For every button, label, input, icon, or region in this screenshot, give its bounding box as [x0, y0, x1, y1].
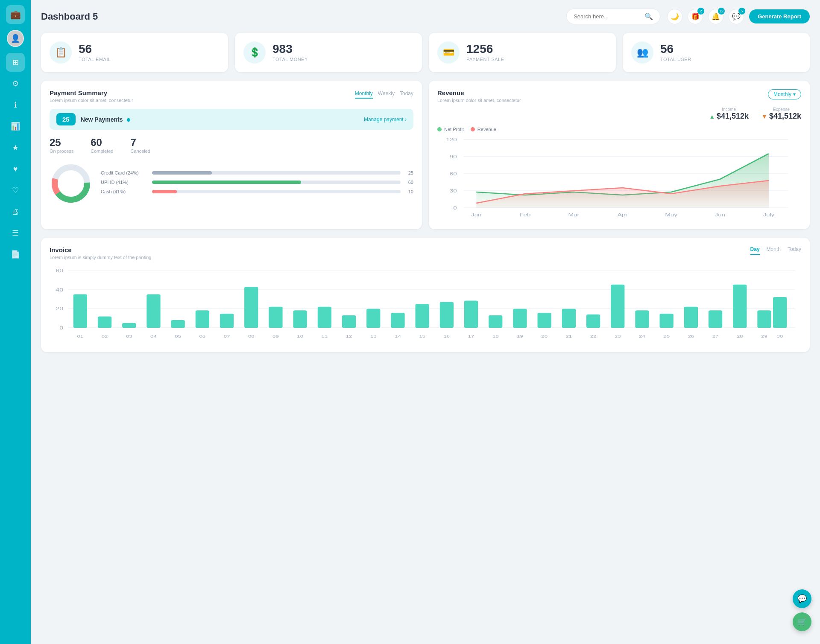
- gift-badge: 2: [697, 8, 704, 15]
- svg-text:11: 11: [322, 334, 328, 338]
- invoice-header: Invoice Lorem ipsum is simply dummy text…: [50, 246, 801, 260]
- svg-text:Mar: Mar: [568, 213, 580, 218]
- svg-text:0: 0: [59, 326, 64, 331]
- sidebar-item-info[interactable]: ℹ: [6, 96, 25, 114]
- theme-toggle-button[interactable]: 🌙: [667, 9, 682, 24]
- generate-report-button[interactable]: Generate Report: [749, 9, 810, 23]
- svg-text:90: 90: [450, 154, 457, 160]
- svg-rect-45: [440, 302, 454, 328]
- progress-bars: Credit Card (24%) 25 UPI ID (41%) 60: [101, 170, 413, 198]
- tab-monthly[interactable]: Monthly: [355, 89, 373, 99]
- svg-rect-39: [293, 310, 307, 328]
- completed-label: Completed: [91, 149, 113, 154]
- revenue-amounts: Income ▲ $41,512k Expense ▼ $41,512k: [437, 107, 801, 121]
- svg-text:26: 26: [688, 334, 694, 338]
- gift-icon-button[interactable]: 🎁 2: [688, 9, 703, 24]
- cash-bar-bg: [152, 190, 401, 193]
- header: Dashboard 5 🔍 🌙 🎁 2 🔔 12 💬 5 Generate Re…: [41, 9, 810, 24]
- new-payment-row: 25 New Payments Manage payment ›: [50, 109, 413, 130]
- tab-today[interactable]: Today: [400, 89, 413, 99]
- on-process-num: 25: [50, 137, 73, 149]
- legend-revenue: Revenue: [471, 127, 496, 132]
- svg-text:09: 09: [272, 334, 279, 338]
- bell-icon-button[interactable]: 🔔 12: [708, 9, 723, 24]
- upi-bar-bg: [152, 181, 401, 184]
- search-icon: 🔍: [644, 12, 653, 20]
- svg-text:08: 08: [248, 334, 255, 338]
- svg-text:14: 14: [395, 334, 401, 338]
- cart-float-button[interactable]: 🛒: [793, 612, 811, 631]
- stat-card-money: 💲 983 TOTAL MONEY: [235, 33, 422, 72]
- revenue-dropdown-label: Monthly: [773, 91, 791, 97]
- payment-summary-subtitle: Lorem ipsum dolor sit amet, consectetur: [50, 98, 133, 103]
- revenue-dropdown[interactable]: Monthly ▾: [768, 89, 801, 99]
- svg-rect-47: [489, 315, 502, 328]
- avatar: 👤: [7, 30, 24, 47]
- svg-text:25: 25: [663, 334, 670, 338]
- svg-rect-53: [635, 310, 649, 328]
- progress-row-cash: Cash (41%) 10: [101, 189, 413, 194]
- payment-summary-header: Payment Summary Lorem ipsum dolor sit am…: [50, 89, 413, 103]
- svg-rect-58: [757, 310, 771, 328]
- svg-text:29: 29: [761, 334, 767, 338]
- payment-stats: 25 On process 60 Completed 7 Canceled: [50, 137, 413, 154]
- chevron-down-icon: ▾: [793, 91, 796, 97]
- tab-weekly[interactable]: Weekly: [378, 89, 395, 99]
- total-money-label: TOTAL MONEY: [272, 57, 308, 62]
- svg-rect-57: [733, 285, 747, 328]
- stats-grid: 📋 56 TOTAL EMAIL 💲 983 TOTAL MONEY 💳 125…: [41, 33, 810, 72]
- svg-rect-50: [562, 309, 576, 328]
- sidebar-item-settings[interactable]: ⚙: [6, 74, 25, 93]
- tab-day[interactable]: Day: [750, 246, 760, 255]
- svg-text:10: 10: [297, 334, 303, 338]
- support-float-button[interactable]: 💬: [793, 589, 811, 608]
- sidebar-item-dashboard[interactable]: ⊞: [6, 53, 25, 72]
- chat-icon-button[interactable]: 💬 5: [729, 9, 744, 24]
- stat-card-payment: 💳 1256 PAYMENT SALE: [429, 33, 616, 72]
- svg-rect-48: [513, 309, 527, 328]
- svg-text:30: 30: [777, 334, 783, 338]
- new-payment-label: New Payments: [81, 116, 364, 123]
- main-content: Dashboard 5 🔍 🌙 🎁 2 🔔 12 💬 5 Generate Re…: [31, 0, 820, 644]
- stat-canceled: 7 Canceled: [130, 137, 150, 154]
- svg-rect-36: [220, 314, 234, 328]
- stat-card-user: 👥 56 TOTAL USER: [623, 33, 810, 72]
- svg-text:17: 17: [468, 334, 474, 338]
- sidebar-item-print[interactable]: 🖨: [6, 202, 25, 221]
- payment-sale-number: 1256: [466, 43, 504, 55]
- svg-text:0: 0: [453, 206, 457, 211]
- svg-rect-59: [773, 297, 787, 328]
- revenue-card: Revenue Lorem ipsum dolor sit amet, cons…: [429, 81, 810, 229]
- manage-payment-link[interactable]: Manage payment ›: [364, 117, 407, 122]
- sidebar-item-wishlist[interactable]: ♡: [6, 181, 25, 200]
- sidebar-item-favorites[interactable]: ★: [6, 138, 25, 157]
- sidebar-item-menu[interactable]: ☰: [6, 224, 25, 242]
- svg-text:19: 19: [517, 334, 523, 338]
- canceled-label: Canceled: [130, 149, 150, 154]
- search-input[interactable]: [574, 13, 641, 20]
- total-email-label: TOTAL EMAIL: [79, 57, 111, 62]
- sidebar-item-analytics[interactable]: 📊: [6, 117, 25, 136]
- svg-text:16: 16: [444, 334, 450, 338]
- bar-chart: 60 40 20 0: [50, 267, 801, 344]
- new-payment-dot: [127, 118, 130, 122]
- sidebar-item-likes[interactable]: ♥: [6, 160, 25, 178]
- total-user-number: 56: [660, 43, 691, 55]
- income-label: Income: [709, 107, 749, 112]
- svg-text:28: 28: [737, 334, 743, 338]
- svg-text:Feb: Feb: [519, 213, 530, 218]
- cash-value: 10: [405, 189, 413, 194]
- revenue-label: Revenue: [477, 127, 496, 132]
- svg-text:60: 60: [450, 172, 457, 177]
- tab-month[interactable]: Month: [767, 246, 781, 255]
- tab-today[interactable]: Today: [788, 246, 801, 255]
- svg-text:12: 12: [346, 334, 352, 338]
- svg-rect-30: [73, 294, 87, 328]
- svg-text:60: 60: [56, 268, 63, 274]
- sidebar-item-reports[interactable]: 📄: [6, 245, 25, 264]
- donut-chart: [50, 162, 92, 207]
- chat-badge: 5: [738, 8, 745, 15]
- net-profit-label: Net Profit: [444, 127, 464, 132]
- svg-text:24: 24: [639, 334, 645, 338]
- new-payment-badge: 25: [56, 113, 76, 125]
